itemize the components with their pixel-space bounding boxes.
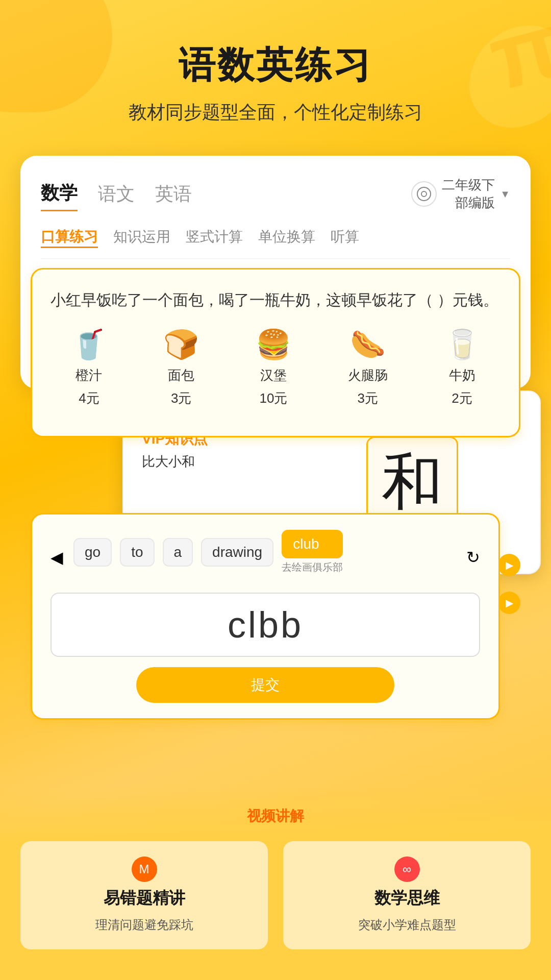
speaker-icon[interactable]: ◀ <box>51 548 63 567</box>
chinese-character: 和 <box>382 441 443 524</box>
bottom-card-title-error: 易错题精讲 <box>31 887 258 910</box>
tab-right: 二年级下 部编版 ▼ <box>411 176 510 212</box>
orange-juice-icon: 🥤 <box>71 328 107 361</box>
sub-tab-oral[interactable]: 口算练习 <box>41 227 98 248</box>
refresh-icon[interactable]: ↻ <box>466 548 480 567</box>
bottom-section: 视频讲解 M 易错题精讲 理清问题避免踩坑 ∞ 数学思维 突破小学难点题型 <box>0 786 551 980</box>
word-chips: go to a drawing club 去绘画俱乐部 <box>73 530 343 574</box>
bottom-card-desc-math: 突破小学难点题型 <box>293 916 520 934</box>
food-item-sausage: 🌭 火腿肠 3元 <box>348 328 388 407</box>
settings-icon[interactable] <box>411 181 437 207</box>
chip-go[interactable]: go <box>73 538 112 567</box>
food-item-burger: 🍔 汉堡 10元 <box>256 328 291 407</box>
math-icon-symbol: ∞ <box>403 862 411 876</box>
card-stack: 数学 语文 英语 二年级下 部编版 ▼ <box>20 156 531 717</box>
chip-translation: 去绘画俱乐部 <box>282 560 343 574</box>
food-item-orange-juice: 🥤 橙汁 4元 <box>71 328 107 407</box>
play-button-1[interactable]: ▶ <box>498 554 520 576</box>
chip-club[interactable]: club <box>282 530 343 558</box>
compare-label: 比大小和 <box>142 453 288 471</box>
milk-icon: 🥛 <box>444 328 480 361</box>
english-card: ◀ go to a drawing club <box>31 513 500 720</box>
english-answer-box: clbb <box>51 593 480 657</box>
dropdown-icon[interactable]: ▼ <box>500 188 510 200</box>
card-stack-inner: 数学 语文 英语 二年级下 部编版 ▼ <box>20 156 531 717</box>
bottom-icon-math: ∞ <box>394 856 420 882</box>
tab-chinese[interactable]: 语文 <box>98 178 135 211</box>
bottom-card-desc-error: 理清问题避免踩坑 <box>31 916 258 934</box>
math-question: 小红早饭吃了一个面包，喝了一瓶牛奶，这顿早饭花了（ ）元钱。 <box>51 288 500 312</box>
chip-drawing[interactable]: drawing <box>201 538 273 567</box>
english-card-header: ◀ go to a drawing club <box>51 530 480 584</box>
chip-club-wrapper: club 去绘画俱乐部 <box>282 530 343 574</box>
burger-name: 汉堡 <box>260 366 287 384</box>
food-item-milk: 🥛 牛奶 2元 <box>444 328 480 407</box>
bottom-card-math[interactable]: ∞ 数学思维 突破小学难点题型 <box>283 841 531 949</box>
play-button-2[interactable]: ▶ <box>498 592 520 614</box>
food-items: 🥤 橙汁 4元 🍞 面包 3元 🍔 汉堡 10元 🌭 火腿肠 3 <box>51 328 500 407</box>
chip-to-wrapper: to <box>120 538 154 567</box>
page-title: 语数英练习 <box>31 41 520 90</box>
bottom-card-error[interactable]: M 易错题精讲 理清问题避免踩坑 <box>20 841 268 949</box>
chip-a-wrapper: a <box>163 538 193 567</box>
video-label: 视频讲解 <box>20 806 531 826</box>
submit-button[interactable]: 提交 <box>136 667 394 703</box>
sub-tab-knowledge[interactable]: 知识运用 <box>113 227 170 248</box>
svg-point-0 <box>417 187 431 201</box>
header-section: 语数英练习 教材同步题型全面，个性化定制练习 <box>0 0 551 145</box>
tab-english[interactable]: 英语 <box>155 178 192 211</box>
error-icon-letter: M <box>139 862 149 876</box>
main-tab-bar: 数学 语文 英语 二年级下 部编版 ▼ <box>41 176 510 212</box>
bottom-icon-error: M <box>132 856 157 882</box>
bread-icon: 🍞 <box>163 328 199 361</box>
burger-price: 10元 <box>260 389 288 407</box>
sausage-icon: 🌭 <box>350 328 386 361</box>
chip-a[interactable]: a <box>163 538 193 567</box>
grade-info: 二年级下 部编版 <box>442 176 495 212</box>
page-subtitle: 教材同步题型全面，个性化定制练习 <box>31 100 520 125</box>
bottom-cards: M 易错题精讲 理清问题避免踩坑 ∞ 数学思维 突破小学难点题型 <box>20 841 531 949</box>
math-card: 小红早饭吃了一个面包，喝了一瓶牛奶，这顿早饭花了（ ）元钱。 🥤 橙汁 4元 🍞… <box>31 268 520 437</box>
burger-icon: 🍔 <box>256 328 291 361</box>
sub-tab-bar: 口算练习 知识运用 竖式计算 单位换算 听算 <box>41 227 510 259</box>
chip-go-wrapper: go <box>73 538 112 567</box>
milk-price: 2元 <box>452 389 472 407</box>
svg-point-1 <box>421 191 427 197</box>
bread-price: 3元 <box>171 389 191 407</box>
orange-juice-name: 橙汁 <box>76 366 102 384</box>
sub-tab-listen[interactable]: 听算 <box>331 227 359 248</box>
milk-name: 牛奶 <box>449 366 475 384</box>
sausage-price: 3元 <box>358 389 378 407</box>
english-answer: clbb <box>228 604 303 646</box>
sub-tab-vertical[interactable]: 竖式计算 <box>186 227 243 248</box>
bottom-card-title-math: 数学思维 <box>293 887 520 910</box>
tab-math[interactable]: 数学 <box>41 177 78 211</box>
chip-to[interactable]: to <box>120 538 154 567</box>
sausage-name: 火腿肠 <box>348 366 388 384</box>
food-item-bread: 🍞 面包 3元 <box>163 328 199 407</box>
chip-drawing-wrapper: drawing <box>201 538 273 567</box>
bread-name: 面包 <box>168 366 194 384</box>
sub-tab-unit[interactable]: 单位换算 <box>258 227 315 248</box>
orange-juice-price: 4元 <box>79 389 99 407</box>
